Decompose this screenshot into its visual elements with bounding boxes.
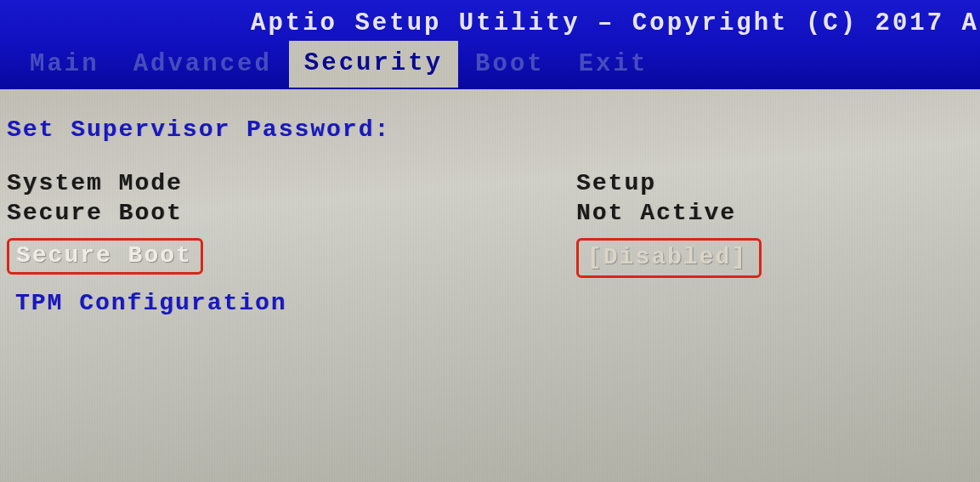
highlight-annotation: Secure Boot [7,238,203,275]
spacer [0,280,980,288]
secure-boot-option-value-cell[interactable]: [Disabled] [576,238,980,278]
tab-main[interactable]: Main [13,43,116,85]
tab-security[interactable]: Security [289,41,458,88]
secure-boot-option-row[interactable]: Secure Boot [Disabled] [0,236,980,280]
security-panel: Set Supervisor Password: System Mode Set… [0,89,980,318]
system-mode-row: System Mode Setup [0,168,980,198]
system-mode-value: Setup [576,170,980,196]
menu-tabs: Main Advanced Security Boot Exit [0,41,980,88]
tab-advanced[interactable]: Advanced [116,43,289,85]
secure-boot-option-value: [Disabled] [587,244,747,270]
secure-boot-option-label-cell: Secure Boot [0,238,576,278]
bios-header: Aptio Setup Utility – Copyright (C) 2017… [0,0,980,89]
tab-exit[interactable]: Exit [562,43,666,85]
secure-boot-state-row: Secure Boot Not Active [0,198,980,228]
set-supervisor-password-label: Set Supervisor Password: [0,116,576,143]
spacer [0,145,980,168]
highlight-annotation: [Disabled] [576,238,762,278]
tpm-configuration-item[interactable]: TPM Configuration [0,288,980,318]
spacer [0,228,980,236]
tab-boot[interactable]: Boot [458,43,562,85]
bios-title: Aptio Setup Utility – Copyright (C) 2017… [0,7,980,41]
set-supervisor-password-item[interactable]: Set Supervisor Password: [0,115,980,145]
system-mode-label: System Mode [0,170,576,196]
secure-boot-option-label: Secure Boot [16,242,192,269]
secure-boot-state-label: Secure Boot [0,200,576,226]
secure-boot-state-value: Not Active [576,200,980,226]
tpm-configuration-label: TPM Configuration [0,290,576,316]
